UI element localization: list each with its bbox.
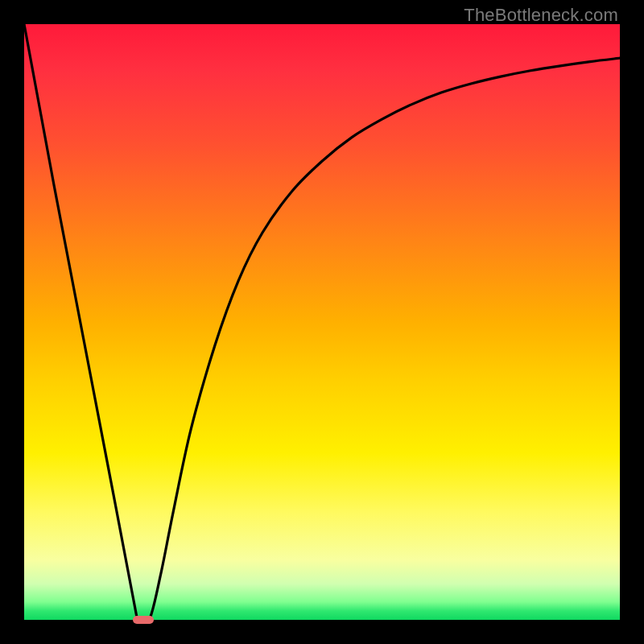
frame-right <box>620 0 644 644</box>
optimal-point-marker <box>133 616 154 624</box>
watermark-text: TheBottleneck.com <box>464 5 618 26</box>
frame-bottom <box>0 620 644 644</box>
bottleneck-curve <box>24 24 620 620</box>
chart-container: TheBottleneck.com <box>0 0 644 644</box>
frame-left <box>0 0 24 644</box>
